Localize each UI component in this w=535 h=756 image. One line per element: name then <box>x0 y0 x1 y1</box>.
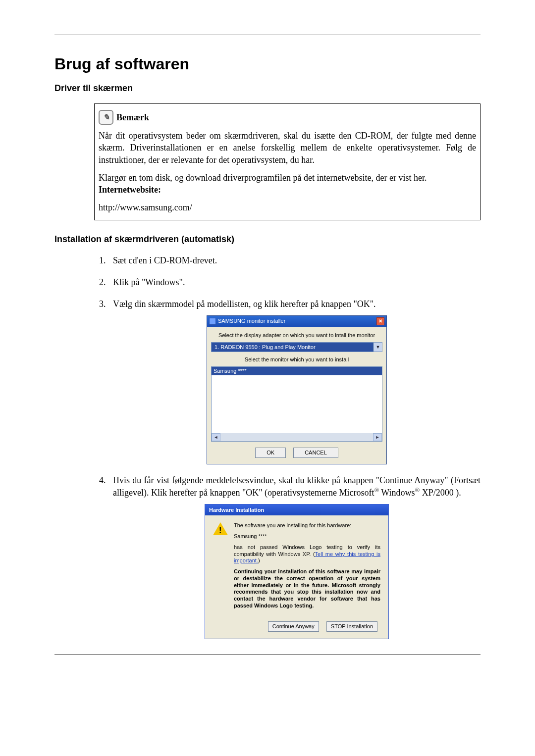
monitor-list-item[interactable]: Samsung **** <box>212 367 382 375</box>
hardware-install-window: Hardware Installation The software you a… <box>205 504 389 639</box>
note-website-url: http://www.samsung.com/ <box>99 202 476 213</box>
hw-line2: Samsung **** <box>234 533 380 540</box>
installer-titlebar: SAMSUNG monitor installer ✕ <box>207 316 386 327</box>
note-paragraph-1: Når dit operativsystem beder om skærmdri… <box>99 130 476 166</box>
chevron-down-icon[interactable]: ▼ <box>374 342 382 353</box>
section-install-title: Installation af skærmdriveren (automatis… <box>54 234 481 245</box>
installer-window: SAMSUNG monitor installer ✕ Select the d… <box>207 315 387 464</box>
installer-line2: Select the monitor which you want to ins… <box>211 356 382 363</box>
step-2: Klik på "Windows". <box>108 276 481 288</box>
note-paragraph-2: Klargør en tom disk, og download driverp… <box>99 172 476 184</box>
step-4-text-b: Windows <box>379 488 415 498</box>
adapter-dropdown[interactable]: 1. RADEON 9550 : Plug and Play Monitor ▼ <box>211 342 382 353</box>
monitor-listbox[interactable]: Samsung **** ◄ ► <box>211 366 382 442</box>
note-heading: Bemærk <box>116 111 149 123</box>
hardware-titlebar: Hardware Installation <box>205 504 388 516</box>
scroll-left-icon[interactable]: ◄ <box>212 433 220 441</box>
step-3: Vælg din skærmmodel på modellisten, og k… <box>108 298 481 464</box>
ok-button[interactable]: OK <box>255 448 286 458</box>
close-icon[interactable]: ✕ <box>376 317 384 325</box>
note-icon: ✎ <box>99 110 113 125</box>
continue-anyway-button[interactable]: CContinue Anywayontinue Anyway <box>268 621 319 632</box>
hardware-text: The software you are installing for this… <box>234 522 380 613</box>
stop-installation-button[interactable]: STOP Installation <box>326 621 377 632</box>
installer-button-row: OK CANCEL <box>211 448 382 458</box>
reg-mark-2: ® <box>415 487 420 494</box>
step-4: Hvis du får vist følgende meddelelsesvin… <box>108 474 481 639</box>
hardware-button-row: CContinue Anywayontinue Anyway STOP Inst… <box>213 621 380 632</box>
hw-line3: has not passed Windows Logo testing to v… <box>234 544 380 564</box>
step-1: Sæt cd'en i CD-ROM-drevet. <box>108 254 481 266</box>
cancel-button[interactable]: CANCEL <box>293 448 338 458</box>
scroll-right-icon[interactable]: ► <box>373 433 382 441</box>
step-4-text-c: XP/2000 ). <box>420 488 461 498</box>
warning-icon <box>213 522 228 537</box>
step-3-text: Vælg din skærmmodel på modellisten, og k… <box>113 299 376 309</box>
note-box: ✎ Bemærk Når dit operativsystem beder om… <box>94 103 481 220</box>
hw-line4: Continuing your installation of this sof… <box>234 568 380 609</box>
install-steps-list: Sæt cd'en i CD-ROM-drevet. Klik på "Wind… <box>94 254 481 639</box>
hw-line3b: ) <box>258 557 260 563</box>
installer-app-icon <box>209 318 216 325</box>
note-heading-row: ✎ Bemærk <box>99 110 476 125</box>
bottom-rule <box>54 654 481 655</box>
page-title: Brug af softwaren <box>54 55 481 73</box>
top-rule <box>54 35 481 35</box>
installer-line1: Select the display adapter on which you … <box>211 332 382 339</box>
section-driver-title: Driver til skærmen <box>54 83 481 94</box>
reg-mark-1: ® <box>374 487 379 494</box>
installer-title-text: SAMSUNG monitor installer <box>218 317 285 325</box>
hw-line1: The software you are installing for this… <box>234 522 380 529</box>
note-website-label: Internetwebsite: <box>99 185 161 195</box>
list-scrollbar[interactable]: ◄ ► <box>212 433 382 441</box>
adapter-selected: 1. RADEON 9550 : Plug and Play Monitor <box>211 342 374 353</box>
